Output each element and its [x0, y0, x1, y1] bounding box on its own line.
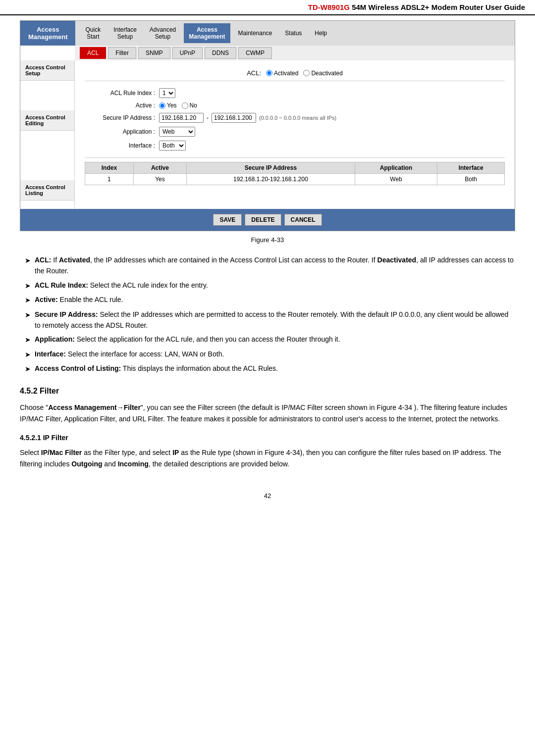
- active-no-label[interactable]: No: [182, 102, 197, 109]
- bullet-text-6: Interface: Select the interface for acce…: [35, 349, 515, 360]
- sidebar-access-control-listing: Access Control Listing: [20, 180, 74, 201]
- active-yes-text: Yes: [167, 102, 177, 109]
- bullet-rule-index: ➤ ACL Rule Index: Select the ACL rule in…: [20, 280, 515, 291]
- ip-note: (0.0.0.0 ~ 0.0.0.0 means all IPs): [259, 115, 336, 121]
- active-yes-radio[interactable]: [159, 102, 165, 109]
- bullet-acl: ➤ ACL: If Activated, the IP addresses wh…: [20, 254, 515, 277]
- model-name: TD-W8901G: [308, 3, 350, 11]
- header-title: 54M Wireless ADSL2+ Modem Router User Gu…: [352, 3, 525, 11]
- section-4521-body: Select IP/Mac Filter as the Filter type,…: [20, 447, 515, 469]
- form-row-rule-index: ACL Rule Index : 1 2 3: [85, 86, 505, 100]
- nav-active-label: AccessManagement: [20, 21, 75, 46]
- active-no-radio[interactable]: [182, 102, 188, 109]
- body-content: ➤ ACL: If Activated, the IP addresses wh…: [0, 247, 535, 477]
- bullet-text-7: Access Control of Listing: This displays…: [35, 363, 515, 374]
- bullet-secure-ip: ➤ Secure IP Address: Select the IP addre…: [20, 309, 515, 331]
- delete-button[interactable]: DELETE: [245, 214, 281, 226]
- active-no-text: No: [190, 102, 197, 109]
- bullet-arrow-7: ➤: [25, 363, 31, 374]
- bullet-arrow-2: ➤: [25, 280, 31, 291]
- interface-label: Interface :: [85, 142, 159, 149]
- application-select[interactable]: Web FTP TELNET SSH PING SNMP ALL: [159, 127, 195, 137]
- button-row: SAVE DELETE CANCEL: [20, 209, 515, 231]
- bullet-text-4: Secure IP Address: Select the IP address…: [35, 309, 515, 331]
- sub-nav: ACL Filter SNMP UPnP DDNS CWMP: [75, 46, 515, 60]
- subnav-acl[interactable]: ACL: [80, 47, 106, 59]
- left-sidebar: Access Control Setup Access Control Edit…: [20, 60, 75, 209]
- section-4521-heading: 4.5.2.1 IP Filter: [20, 432, 515, 443]
- active-yes-label[interactable]: Yes: [159, 102, 177, 109]
- acl-label: ACL:: [247, 69, 261, 77]
- nav-item-help[interactable]: Help: [310, 27, 332, 40]
- bullet-list: ➤ ACL: If Activated, the IP addresses wh…: [20, 254, 515, 375]
- rule-index-value: 1 2 3: [159, 88, 175, 98]
- secure-ip-value: - (0.0.0.0 ~ 0.0.0.0 means all IPs): [159, 113, 336, 123]
- figure-caption: Figure 4-33: [0, 236, 535, 244]
- rule-index-label: ACL Rule Index :: [85, 90, 159, 97]
- bullet-application: ➤ Application: Select the application fo…: [20, 334, 515, 345]
- bullet-text-1: ACL: If Activated, the IP addresses whic…: [35, 254, 515, 277]
- active-label: Active :: [85, 102, 159, 109]
- subnav-filter[interactable]: Filter: [108, 47, 136, 59]
- bullet-arrow-5: ➤: [25, 334, 31, 345]
- save-button[interactable]: SAVE: [213, 214, 242, 226]
- listing-table: Index Active Secure IP Address Applicati…: [85, 162, 505, 185]
- page-number: 42: [0, 492, 535, 500]
- nav-item-maintenance[interactable]: Maintenance: [233, 27, 277, 40]
- subnav-snmp[interactable]: SNMP: [138, 47, 170, 59]
- nav-item-advanced-setup[interactable]: AdvancedSetup: [145, 23, 181, 43]
- subnav-cwmp[interactable]: CWMP: [238, 47, 272, 59]
- listing-section: Index Active Secure IP Address Applicati…: [85, 157, 505, 185]
- bullet-acl-listing: ➤ Access Control of Listing: This displa…: [20, 363, 515, 374]
- router-ui: AccessManagement QuickStart InterfaceSet…: [20, 20, 515, 231]
- bullet-text-2: ACL Rule Index: Select the ACL rule inde…: [35, 280, 515, 291]
- acl-activated-text: Activated: [274, 70, 298, 77]
- acl-activated-radio[interactable]: [266, 70, 272, 76]
- main-content: ACL: Activated Deactivated ACL Rule Inde…: [75, 60, 515, 209]
- row-application: Web: [355, 174, 437, 185]
- row-index: 1: [85, 174, 134, 185]
- acl-deactivated-text: Deactivated: [311, 70, 342, 77]
- bullet-arrow-6: ➤: [25, 349, 31, 360]
- acl-deactivated-radio[interactable]: [303, 70, 310, 76]
- application-label: Application :: [85, 128, 159, 135]
- nav-item-interface-setup[interactable]: InterfaceSetup: [108, 23, 142, 43]
- bullet-text-5: Application: Select the application for …: [35, 334, 515, 345]
- bullet-arrow-4: ➤: [25, 309, 31, 331]
- interface-value: Both LAN WAN: [159, 141, 186, 151]
- content-area: Access Control Setup Access Control Edit…: [20, 60, 515, 209]
- col-active: Active: [133, 162, 186, 174]
- nav-item-access-management[interactable]: AccessManagement: [184, 23, 230, 43]
- application-value: Web FTP TELNET SSH PING SNMP ALL: [159, 127, 195, 137]
- form-row-application: Application : Web FTP TELNET SSH PING SN…: [85, 125, 505, 139]
- rule-index-select[interactable]: 1 2 3: [159, 88, 175, 98]
- acl-activated-label[interactable]: Activated: [266, 70, 298, 77]
- table-row: 1 Yes 192.168.1.20-192.168.1.200 Web Bot…: [85, 174, 505, 185]
- bullet-arrow-3: ➤: [25, 295, 31, 305]
- subnav-ddns[interactable]: DDNS: [205, 47, 236, 59]
- sidebar-access-control-setup: Access Control Setup: [20, 60, 74, 81]
- active-value: Yes No: [159, 102, 197, 109]
- bullet-text-3: Active: Enable the ACL rule.: [35, 294, 515, 305]
- nav-item-quick-start[interactable]: QuickStart: [80, 23, 106, 43]
- page-header: TD-W8901G 54M Wireless ADSL2+ Modem Rout…: [0, 0, 535, 15]
- bullet-active: ➤ Active: Enable the ACL rule.: [20, 294, 515, 305]
- col-secure-ip: Secure IP Address: [187, 162, 355, 174]
- header-text: TD-W8901G 54M Wireless ADSL2+ Modem Rout…: [308, 3, 525, 11]
- secure-ip-label: Secure IP Address :: [85, 114, 159, 121]
- secure-ip-from-input[interactable]: [159, 113, 204, 123]
- row-interface: Both: [437, 174, 505, 185]
- section-452-body: Choose "Access Management→Filter", you c…: [20, 402, 515, 424]
- row-active: Yes: [133, 174, 186, 185]
- subnav-upnp[interactable]: UPnP: [172, 47, 203, 59]
- ip-dash: -: [207, 114, 209, 121]
- top-nav: AccessManagement QuickStart InterfaceSet…: [20, 21, 515, 46]
- form-row-interface: Interface : Both LAN WAN: [85, 139, 505, 152]
- acl-deactivated-label[interactable]: Deactivated: [303, 70, 342, 77]
- cancel-button[interactable]: CANCEL: [284, 214, 322, 226]
- interface-select[interactable]: Both LAN WAN: [159, 141, 186, 151]
- nav-item-status[interactable]: Status: [280, 27, 307, 40]
- col-interface: Interface: [437, 162, 505, 174]
- secure-ip-to-input[interactable]: [212, 113, 256, 123]
- form-row-secure-ip: Secure IP Address : - (0.0.0.0 ~ 0.0.0.0…: [85, 111, 505, 125]
